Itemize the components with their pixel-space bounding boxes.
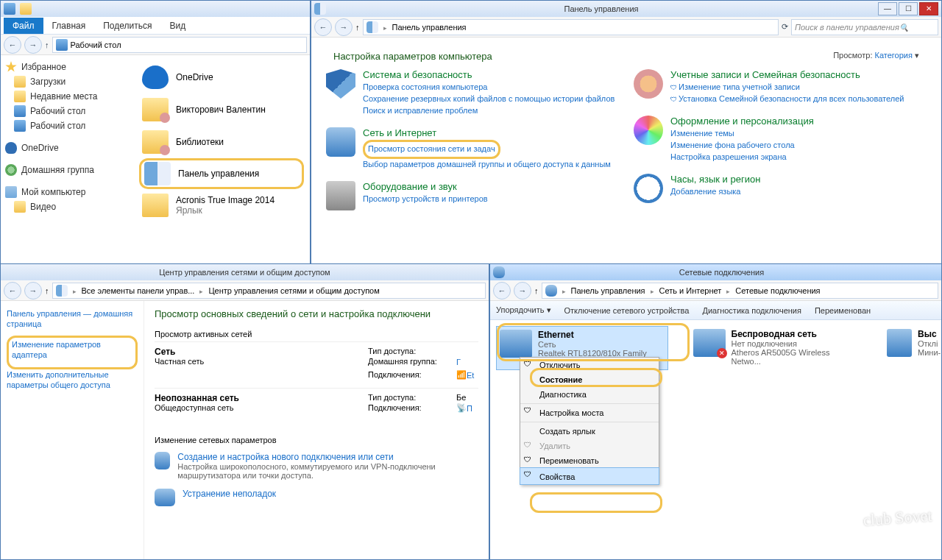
folder-icon — [14, 201, 26, 213]
libraries-icon — [142, 130, 169, 154]
side-home[interactable]: Панель управления — домашняя страница — [7, 308, 138, 330]
maximize-button[interactable]: ☐ — [899, 2, 918, 15]
menu-bridge[interactable]: 🛡Настройка моста — [520, 403, 659, 420]
breadcrumb[interactable]: Панель управления Сеть и Интернет Сетевы… — [542, 283, 939, 299]
file-acronis[interactable]: Acronis True Image 2014Ярлык — [139, 189, 304, 221]
ribbon: Файл Главная Поделиться Вид — [1, 17, 310, 35]
search-input[interactable]: Поиск в панели управления — [791, 19, 938, 35]
menu-rename[interactable]: 🛡Переименовать — [520, 453, 659, 468]
desktop-icon — [14, 105, 26, 117]
minimize-button[interactable]: — — [878, 2, 897, 15]
link-connection[interactable]: П — [467, 403, 472, 415]
file-libraries[interactable]: Библиотеки — [139, 126, 304, 158]
file-control-panel[interactable]: Панель управления — [139, 158, 304, 189]
menu-disable[interactable]: 🛡Отключить — [520, 358, 659, 372]
search-icon — [899, 23, 908, 32]
net-icon — [155, 489, 175, 506]
cat-clock[interactable]: Часы, язык и регион Добавление языка — [634, 174, 927, 203]
opt-new-connection[interactable]: Создание и настройка нового подключения … — [155, 452, 478, 480]
tb-disable[interactable]: Отключение сетевого устройства — [564, 306, 690, 315]
breadcrumb[interactable]: Панель управления — [363, 19, 779, 35]
close-button[interactable]: ✕ — [919, 2, 938, 15]
sidebar-desktop2[interactable]: Рабочий стол — [4, 118, 130, 133]
tab-share[interactable]: Поделиться — [94, 18, 160, 34]
nav-fwd[interactable]: → — [335, 18, 353, 36]
tab-view[interactable]: Вид — [160, 18, 194, 34]
breadcrumb[interactable]: Рабочий стол — [52, 37, 308, 53]
cat-hardware[interactable]: Оборудование и звук Просмотр устройств и… — [326, 181, 619, 210]
link-homegroup[interactable]: Г — [456, 357, 461, 369]
sidebar-onedrive[interactable]: OneDrive — [4, 141, 130, 155]
nav-back[interactable]: ← — [493, 282, 511, 300]
link-theme[interactable]: Изменение темы — [670, 128, 814, 140]
link-devices[interactable]: Просмотр устройств и принтеров — [363, 194, 488, 205]
cat-appearance[interactable]: Оформление и персонализация Изменение те… — [634, 116, 927, 163]
link-wallpaper[interactable]: Изменение фона рабочего стола — [670, 140, 814, 152]
nav-fwd[interactable]: → — [514, 282, 531, 300]
link-check-status[interactable]: Проверка состояния компьютера — [363, 82, 615, 93]
tab-home[interactable]: Главная — [43, 18, 95, 34]
nav-up[interactable]: ↑ — [45, 286, 49, 295]
ncn-titlebar[interactable]: Сетевые подключения — [490, 264, 941, 280]
connection-wifi[interactable]: Беспроводная сетьНет подключенияAtheros … — [690, 326, 862, 369]
nav-back[interactable]: ← — [4, 36, 21, 54]
link-connection[interactable]: Et — [467, 370, 474, 382]
sidebar-video[interactable]: Видео — [4, 199, 130, 214]
menu-status[interactable]: Состояние — [520, 372, 659, 387]
link-resolution[interactable]: Настройка разрешения экрана — [670, 152, 814, 163]
refresh-button[interactable]: ⟳ — [782, 22, 788, 32]
nc-addressbar: ← → ↑ Все элементы панели управ... Центр… — [1, 280, 489, 301]
connection-other[interactable]: ВысОткліМини- — [884, 326, 935, 360]
menu-shortcut[interactable]: Создать ярлык — [520, 422, 659, 439]
ncn-addressbar: ← → ↑ Панель управления Сеть и Интернет … — [490, 280, 941, 301]
nav-up[interactable]: ↑ — [45, 40, 49, 49]
nav-fwd[interactable]: → — [24, 36, 42, 54]
tb-organize[interactable]: Упорядочить ▾ — [496, 305, 551, 315]
breadcrumb[interactable]: Все элементы панели управ... Центр управ… — [52, 283, 486, 299]
sidebar-mypc[interactable]: Мой компьютер — [4, 185, 130, 199]
link-network-status[interactable]: Просмотр состояния сети и задач — [368, 143, 495, 155]
desktop-icon — [14, 120, 26, 132]
folder-icon — [14, 76, 26, 88]
side-sharing[interactable]: Изменить дополнительные параметры общего… — [7, 369, 138, 391]
nc-titlebar[interactable]: Центр управления сетями и общим доступом — [1, 264, 489, 280]
explorer-sidebar: Избранное Загрузки Недавние места Рабочи… — [1, 55, 133, 264]
tab-file[interactable]: Файл — [4, 18, 43, 34]
opt-troubleshoot[interactable]: Устранение неполадок — [155, 489, 478, 506]
explorer-titlebar[interactable] — [1, 1, 310, 17]
sidebar-desktop[interactable]: Рабочий стол — [4, 104, 130, 118]
menu-properties[interactable]: 🛡Свойства — [520, 467, 659, 485]
nav-back[interactable]: ← — [314, 18, 332, 36]
link-file-history[interactable]: Сохранение резервных копий файлов с помо… — [363, 93, 615, 105]
link-add-lang[interactable]: Добавление языка — [670, 186, 760, 198]
tb-diagnose[interactable]: Диагностика подключения — [702, 306, 801, 315]
onedrive-icon — [142, 65, 169, 89]
cp-titlebar[interactable]: Панель управления — ☐ ✕ — [311, 1, 941, 17]
file-user[interactable]: Викторович Валентин — [139, 93, 304, 126]
side-adapter-settings[interactable]: Изменение параметров адаптера — [12, 339, 132, 361]
nav-up[interactable]: ↑ — [355, 23, 360, 32]
cat-network[interactable]: Сеть и Интернет Просмотр состояния сети … — [326, 127, 619, 171]
qat-icon[interactable] — [20, 3, 32, 15]
cat-security[interactable]: Система и безопасность Проверка состояни… — [326, 69, 619, 117]
nav-up[interactable]: ↑ — [534, 286, 539, 295]
network-row: СетьЧастная сеть Тип доступа: Домашняя г… — [155, 341, 478, 388]
sidebar-homegroup[interactable]: Домашняя группа — [4, 163, 130, 177]
link-homegroup[interactable]: Выбор параметров домашней группы и общег… — [363, 159, 611, 171]
cat-users[interactable]: Учетные записи и Семейная безопасность И… — [634, 69, 927, 105]
wifi-icon — [693, 329, 726, 357]
shield-icon: 🛡 — [524, 406, 531, 414]
menu-diagnose[interactable]: Диагностика — [520, 387, 659, 402]
nav-fwd[interactable]: → — [24, 282, 42, 300]
sidebar-favorites[interactable]: Избранное — [4, 60, 130, 74]
file-onedrive[interactable]: OneDrive — [139, 61, 304, 93]
tb-rename[interactable]: Переименован — [815, 306, 871, 315]
sidebar-recent[interactable]: Недавние места — [4, 89, 130, 104]
pc-icon — [5, 186, 17, 198]
sidebar-downloads[interactable]: Загрузки — [4, 74, 130, 89]
link-troubleshoot[interactable]: Поиск и исправление проблем — [363, 105, 615, 117]
viewby[interactable]: Просмотр: Категория ▾ — [833, 51, 919, 62]
nav-back[interactable]: ← — [4, 282, 21, 300]
link-family-safety[interactable]: Установка Семейной безопасности для всех… — [670, 93, 904, 105]
link-account-type[interactable]: Изменение типа учетной записи — [670, 82, 904, 93]
